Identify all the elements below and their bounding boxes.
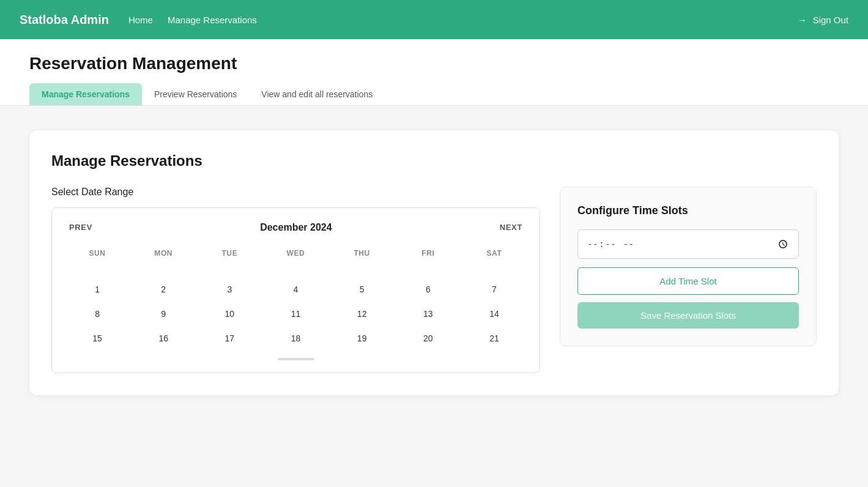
tab-bar: Manage Reservations Preview Reservations…: [29, 83, 839, 105]
sign-out-label: Sign Out: [813, 15, 848, 25]
cal-day[interactable]: 3: [196, 277, 262, 302]
calendar-scroll-hint: [64, 358, 527, 360]
time-slots-panel: Configure Time Slots Add Time Slot Save …: [560, 187, 817, 346]
tab-view-edit-reservations[interactable]: View and edit all reservations: [249, 83, 385, 105]
page-title: Reservation Management: [29, 54, 839, 73]
cal-day[interactable]: 14: [461, 302, 527, 326]
cal-day[interactable]: 15: [64, 326, 130, 351]
card-body: Select Date Range PREV December 2024 NEX…: [51, 187, 817, 373]
cal-day[interactable]: 18: [262, 326, 328, 351]
day-header-tue: TUE: [196, 244, 262, 262]
manage-reservations-card: Manage Reservations Select Date Range PR…: [29, 130, 839, 395]
nav-links: Home Manage Reservations: [128, 15, 798, 25]
cal-day[interactable]: 11: [262, 302, 328, 326]
cal-day-empty: [130, 262, 196, 277]
navbar: Statloba Admin Home Manage Reservations …: [0, 0, 868, 39]
cal-day[interactable]: 1: [64, 277, 130, 302]
cal-day-empty: [64, 262, 130, 277]
tab-preview-reservations[interactable]: Preview Reservations: [142, 83, 249, 105]
day-header-wed: WED: [262, 244, 328, 262]
day-header-sat: SAT: [461, 244, 527, 262]
scroll-bar: [278, 358, 314, 360]
sign-out-area[interactable]: → Sign Out: [798, 15, 848, 25]
page-header: Reservation Management Manage Reservatio…: [0, 39, 868, 106]
configure-time-slots-title: Configure Time Slots: [577, 204, 799, 217]
cal-day[interactable]: 8: [64, 302, 130, 326]
cal-day[interactable]: 17: [196, 326, 262, 351]
day-header-mon: MON: [130, 244, 196, 262]
cal-day[interactable]: 16: [130, 326, 196, 351]
cal-day[interactable]: 9: [130, 302, 196, 326]
calendar-next-button[interactable]: NEXT: [495, 220, 527, 234]
cal-day[interactable]: 6: [395, 277, 461, 302]
cal-day-empty: [461, 262, 527, 277]
save-reservation-slots-button[interactable]: Save Reservation Slots: [577, 302, 799, 329]
cal-day[interactable]: 12: [329, 302, 395, 326]
cal-day[interactable]: 10: [196, 302, 262, 326]
calendar-header: PREV December 2024 NEXT: [64, 220, 527, 234]
add-time-slot-button[interactable]: Add Time Slot: [577, 267, 799, 295]
cal-day[interactable]: 20: [395, 326, 461, 351]
calendar-grid: SUN MON TUE WED THU FRI SAT: [64, 244, 527, 351]
cal-day[interactable]: 4: [262, 277, 328, 302]
calendar-month-year: December 2024: [260, 222, 332, 233]
calendar-prev-button[interactable]: PREV: [64, 220, 97, 234]
day-header-thu: THU: [329, 244, 395, 262]
calendar-label: Select Date Range: [51, 187, 540, 198]
sign-out-icon: →: [798, 15, 807, 25]
card-title: Manage Reservations: [51, 152, 817, 169]
cal-day[interactable]: 19: [329, 326, 395, 351]
cal-day[interactable]: 13: [395, 302, 461, 326]
calendar-container: Select Date Range PREV December 2024 NEX…: [51, 187, 540, 373]
day-header-sun: SUN: [64, 244, 130, 262]
cal-day[interactable]: 2: [130, 277, 196, 302]
nav-home[interactable]: Home: [128, 15, 153, 25]
nav-manage-reservations[interactable]: Manage Reservations: [168, 15, 257, 25]
cal-day-empty: [395, 262, 461, 277]
cal-day-empty: [262, 262, 328, 277]
calendar: PREV December 2024 NEXT SUN MON TUE WED …: [51, 207, 540, 373]
cal-day[interactable]: 5: [329, 277, 395, 302]
brand-logo: Statloba Admin: [20, 13, 109, 27]
time-input[interactable]: [577, 229, 799, 259]
cal-day-empty: [196, 262, 262, 277]
cal-day[interactable]: 21: [461, 326, 527, 351]
cal-day[interactable]: 7: [461, 277, 527, 302]
cal-day-empty: [329, 262, 395, 277]
day-header-fri: FRI: [395, 244, 461, 262]
tab-manage-reservations[interactable]: Manage Reservations: [29, 83, 142, 105]
main-content: Manage Reservations Select Date Range PR…: [0, 106, 868, 420]
